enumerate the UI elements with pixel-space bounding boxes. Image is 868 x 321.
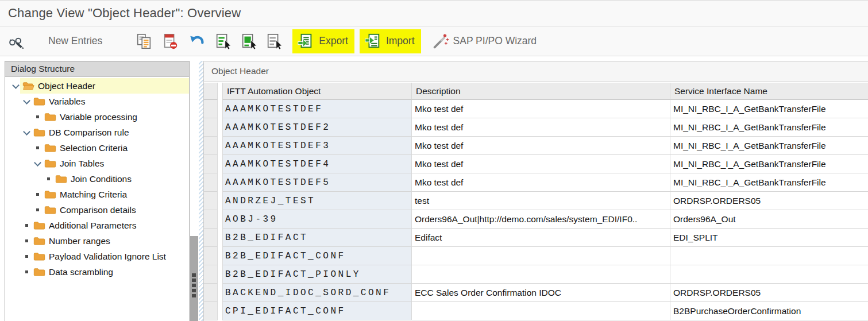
row-selector[interactable] <box>204 118 218 137</box>
cell-service-interface[interactable] <box>670 265 868 284</box>
cell-service-interface[interactable]: MI_NI_RBC_I_A_GetBankTransferFile <box>670 100 868 118</box>
cell-automation-object[interactable]: B2B_EDIFACT_PIONLY <box>222 265 412 284</box>
cell-service-interface[interactable] <box>670 247 868 265</box>
closed-folder-icon <box>44 143 56 153</box>
cell-description[interactable]: Mko test def <box>412 173 670 192</box>
row-selector[interactable] <box>204 100 218 118</box>
row-selector[interactable] <box>204 210 218 229</box>
sidebar-item-db-comparison-rule[interactable]: DB Comparison rule <box>5 125 189 140</box>
sidebar-item-object-header[interactable]: Object Header <box>5 78 189 94</box>
copy-entry-button[interactable] <box>136 33 153 50</box>
leaf-bullet-icon <box>23 270 30 273</box>
sidebar-item-data-scrambling[interactable]: Data scrambling <box>5 264 189 280</box>
cell-automation-object[interactable]: AAAMKOTESTDEF <box>222 100 412 118</box>
cell-description[interactable]: test <box>412 192 670 210</box>
copy-icon <box>136 33 153 50</box>
panel-splitter[interactable] <box>190 61 199 321</box>
cell-description[interactable]: Mko test def <box>412 155 670 173</box>
closed-folder-icon <box>44 189 56 199</box>
row-selector[interactable] <box>204 284 218 302</box>
cell-automation-object[interactable]: ANDRZEJ_TEST <box>222 192 412 210</box>
cell-automation-object[interactable]: B2B_EDIFACT <box>222 229 412 247</box>
cell-automation-object[interactable]: B2B_EDIFACT_CONF <box>222 247 412 265</box>
sidebar-item-variables[interactable]: Variables <box>5 94 189 109</box>
row-selector[interactable] <box>204 137 218 155</box>
collapse-chevron-icon[interactable] <box>34 162 41 165</box>
cell-service-interface[interactable]: MI_NI_RBC_I_A_GetBankTransferFile <box>670 118 868 137</box>
column-gap <box>218 173 222 192</box>
sidebar-item-join-conditions[interactable]: Join Conditions <box>5 171 189 187</box>
sidebar-item-payload-validation-ignore-list[interactable]: Payload Validation Ignore List <box>5 249 189 264</box>
deselect-all-button[interactable] <box>265 33 283 50</box>
column-header-object[interactable]: IFTT Automation Object <box>222 83 412 100</box>
sidebar-item-selection-criteria[interactable]: Selection Criteria <box>5 140 189 156</box>
cell-service-interface[interactable]: ORDRSP.ORDERS05 <box>670 284 868 302</box>
column-gap <box>218 100 222 118</box>
cell-description[interactable] <box>412 265 670 284</box>
sidebar-item-number-ranges[interactable]: Number ranges <box>5 233 189 249</box>
column-gap <box>218 210 222 229</box>
cell-automation-object[interactable]: AAAMKOTESTDEF4 <box>222 155 412 173</box>
row-selector[interactable] <box>204 173 218 192</box>
sidebar-item-comparison-details[interactable]: Comparison details <box>5 202 189 218</box>
cell-service-interface[interactable]: EDI_SPLIT <box>670 229 868 247</box>
select-all-corner[interactable] <box>204 83 218 100</box>
splitter-hatch-decoration <box>199 61 203 321</box>
cell-service-interface[interactable]: Orders96A_Out <box>670 210 868 229</box>
cell-service-interface[interactable]: MI_NI_RBC_I_A_GetBankTransferFile <box>670 173 868 192</box>
cell-automation-object[interactable]: AAAMKOTESTDEF3 <box>222 137 412 155</box>
cell-service-interface[interactable]: MI_NI_RBC_I_A_GetBankTransferFile <box>670 137 868 155</box>
cell-service-interface[interactable]: B2BPurchaseOrderConfirmation <box>670 302 868 320</box>
select-block-icon <box>240 33 257 50</box>
splitter-grip[interactable] <box>192 273 196 297</box>
delete-entry-button[interactable] <box>162 33 179 50</box>
select-block-button[interactable] <box>240 33 257 50</box>
select-all-button[interactable] <box>214 33 232 50</box>
row-selector[interactable] <box>204 192 218 210</box>
cell-description[interactable]: Mko test def <box>412 100 670 118</box>
cell-description[interactable]: ECC Sales Order Confirmation IDOC <box>412 284 670 302</box>
export-button[interactable]: Export <box>292 29 354 53</box>
sidebar-item-additional-parameters[interactable]: Additional Parameters <box>5 218 189 233</box>
closed-folder-icon <box>55 174 67 184</box>
cell-description[interactable] <box>412 247 670 265</box>
page-title: Change View "Object Header": Overview <box>8 6 241 21</box>
collapse-chevron-icon[interactable] <box>23 100 30 103</box>
sidebar-item-label: Data scrambling <box>49 267 113 277</box>
row-selector[interactable] <box>204 155 218 173</box>
new-entries-button[interactable]: New Entries <box>48 35 102 47</box>
closed-folder-icon <box>44 158 56 168</box>
import-button[interactable]: Import <box>360 29 421 53</box>
sap-pipo-wizard-button[interactable]: SAP PI/PO Wizard <box>431 33 537 50</box>
cell-description[interactable]: Orders96A_Out|http://demo.com/sales/syst… <box>412 210 670 229</box>
leaf-bullet-icon <box>34 193 41 196</box>
table-row-aaamkotestdef4: AAAMKOTESTDEF4 Mko test def MI_NI_RBC_I_… <box>204 155 868 173</box>
sidebar-item-matching-criteria[interactable]: Matching Criteria <box>5 187 189 202</box>
column-header-service-interface[interactable]: Service Interface Name <box>670 83 868 100</box>
collapse-chevron-icon[interactable] <box>12 84 20 88</box>
row-selector[interactable] <box>204 247 218 265</box>
row-selector[interactable] <box>204 229 218 247</box>
row-selector[interactable] <box>204 302 218 320</box>
display-change-button[interactable] <box>8 33 25 50</box>
cell-description[interactable]: Edifact <box>412 229 670 247</box>
cell-service-interface[interactable]: MI_NI_RBC_I_A_GetBankTransferFile <box>670 155 868 173</box>
column-header-description[interactable]: Description <box>412 83 670 100</box>
closed-folder-icon <box>33 221 45 230</box>
row-selector[interactable] <box>204 265 218 284</box>
leaf-bullet-icon <box>34 208 41 211</box>
cell-description[interactable] <box>412 302 670 320</box>
cell-automation-object[interactable]: CPI_EDIFACT_CONF <box>222 302 412 320</box>
cell-description[interactable]: Mko test def <box>412 137 670 155</box>
cell-automation-object[interactable]: AAAMKOTESTDEF5 <box>222 173 412 192</box>
cell-service-interface[interactable]: ORDRSP.ORDERS05 <box>670 192 868 210</box>
cell-automation-object[interactable]: AOBJ-39 <box>222 210 412 229</box>
cell-description[interactable]: Mko test def <box>412 118 670 137</box>
collapse-chevron-icon[interactable] <box>23 131 30 134</box>
cell-automation-object[interactable]: AAAMKOTESTDEF2 <box>222 118 412 137</box>
undo-button[interactable] <box>188 33 206 50</box>
sidebar-item-join-tables[interactable]: Join Tables <box>5 156 189 171</box>
column-gap <box>218 265 222 284</box>
sidebar-item-variable-processing[interactable]: Variable processing <box>5 109 189 125</box>
cell-automation-object[interactable]: BACKEND_IDOC_SORD_CONF <box>222 284 412 302</box>
